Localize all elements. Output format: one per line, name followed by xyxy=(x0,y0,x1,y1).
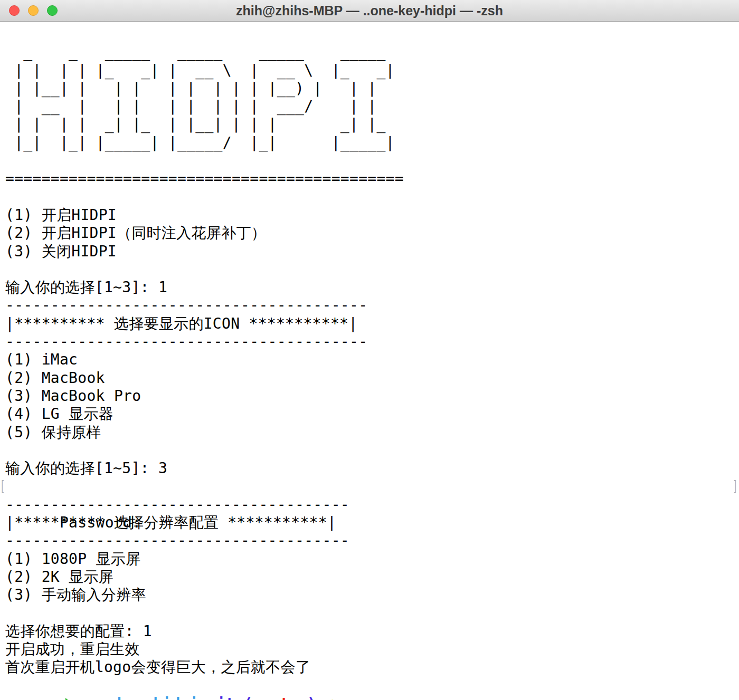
blank-line xyxy=(5,25,734,43)
result-line: 首次重启开机logo会变得巨大，之后就不会了 xyxy=(5,658,734,676)
dash-separator: -------------------------------------- xyxy=(5,496,734,514)
menu-option: (3) 关闭HIDPI xyxy=(5,243,734,261)
choice-prompt-1: 输入你的选择[1~3]: 1 xyxy=(5,279,734,296)
ascii-art-line: | | | | |_ _| | __ \ | __ \ |_ _| xyxy=(5,62,734,80)
prompt-directory: one-key-hidpi xyxy=(81,695,198,700)
git-prefix: git:( xyxy=(207,695,253,700)
menu-option: (1) 开启HIDPI xyxy=(5,206,734,224)
terminal-mark-left: [ xyxy=(0,477,5,495)
icon-option: (3) MacBook Pro xyxy=(5,387,734,405)
blank-line xyxy=(5,152,734,170)
icon-option: (2) MacBook xyxy=(5,369,734,387)
choice-prompt-2: 输入你的选择[1~5]: 3 xyxy=(5,459,734,477)
icon-option: (4) LG 显示器 xyxy=(5,405,734,423)
dash-separator: ---------------------------------------- xyxy=(5,333,734,351)
git-suffix: ) xyxy=(307,695,316,700)
titlebar[interactable]: zhih@zhihs-MBP — ..one-key-hidpi — -zsh xyxy=(0,0,739,22)
dash-separator: -------------------------------------- xyxy=(5,532,734,550)
config-prompt: 选择你想要的配置: 1 xyxy=(5,622,734,640)
dash-separator: ---------------------------------------- xyxy=(5,296,734,314)
ascii-art-line: |_| |_| |_____| |_____/ |_| |_____| xyxy=(5,134,734,152)
shell-prompt-line[interactable]: one-key-hidpigit:(master)✗_ xyxy=(5,677,734,695)
git-branch: master xyxy=(253,695,307,700)
result-line: 开启成功，重启生效 xyxy=(5,640,734,658)
terminal-mark-right: ] xyxy=(733,477,738,495)
git-dirty-icon: ✗ xyxy=(325,695,334,700)
terminal-cursor: _ xyxy=(343,695,352,700)
terminal-content[interactable]: _ _ _____ _____ _____ _____ | | | | |_ _… xyxy=(0,22,739,695)
blank-line xyxy=(5,605,734,622)
resolution-option: (2) 2K 显示屏 xyxy=(5,568,734,586)
resolution-option: (3) 手动输入分辨率 xyxy=(5,586,734,604)
terminal-window: zhih@zhihs-MBP — ..one-key-hidpi — -zsh … xyxy=(0,0,739,700)
resolution-section-header: |********** 选择分辨率配置 ***********| xyxy=(5,514,734,532)
icon-section-header: |********** 选择要显示的ICON ***********| xyxy=(5,315,734,333)
ascii-art-line: | __ | | | | | | | | ___/ | | xyxy=(5,98,734,116)
password-prompt-line[interactable]: [ Password: ] xyxy=(5,477,734,495)
blank-line xyxy=(5,188,734,206)
prompt-arrow-icon xyxy=(60,697,72,700)
ascii-art-line: _ _ _____ _____ _____ _____ xyxy=(5,43,734,61)
blank-line xyxy=(5,261,734,279)
ascii-art-line: | |__| | | | | | | | | |__) | | | xyxy=(5,80,734,98)
menu-option: (2) 开启HIDPI（同时注入花屏补丁） xyxy=(5,224,734,242)
icon-option: (1) iMac xyxy=(5,351,734,369)
resolution-option: (1) 1080P 显示屏 xyxy=(5,550,734,568)
ascii-art-line: | | | | _| |_ | |__| | | | _| |_ xyxy=(5,116,734,133)
separator-equals: ========================================… xyxy=(5,170,734,188)
window-title: zhih@zhihs-MBP — ..one-key-hidpi — -zsh xyxy=(0,0,739,22)
blank-line xyxy=(5,442,734,459)
icon-option: (5) 保持原样 xyxy=(5,424,734,442)
